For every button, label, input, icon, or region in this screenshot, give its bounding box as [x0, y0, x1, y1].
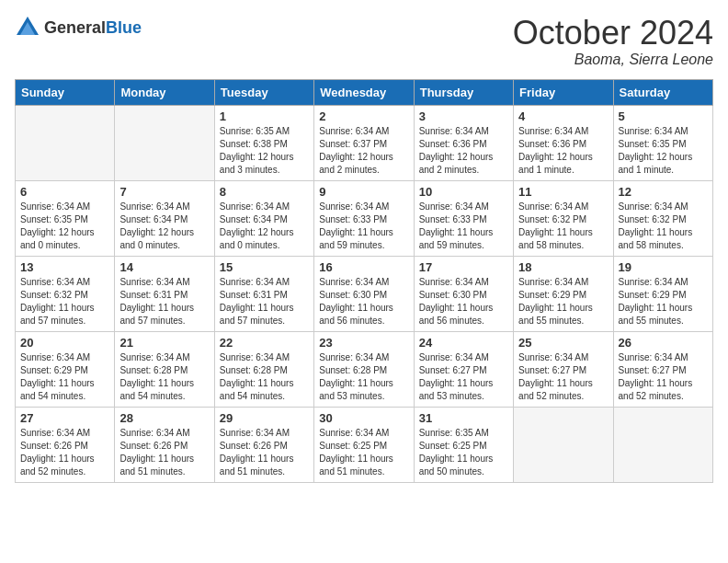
day-info: Sunrise: 6:34 AMSunset: 6:33 PMDaylight:… — [319, 201, 408, 252]
calendar-cell: 4Sunrise: 6:34 AMSunset: 6:36 PMDaylight… — [514, 105, 613, 180]
calendar-cell: 16Sunrise: 6:34 AMSunset: 6:30 PMDayligh… — [314, 256, 414, 331]
day-info: Sunrise: 6:34 AMSunset: 6:28 PMDaylight:… — [119, 351, 209, 403]
day-info: Sunrise: 6:34 AMSunset: 6:27 PMDaylight:… — [518, 351, 608, 403]
day-info: Sunrise: 6:35 AMSunset: 6:38 PMDaylight:… — [220, 125, 309, 177]
calendar-week-row: 27Sunrise: 6:34 AMSunset: 6:26 PMDayligh… — [16, 407, 713, 482]
logo-blue: Blue — [106, 18, 142, 37]
day-info: Sunrise: 6:34 AMSunset: 6:27 PMDaylight:… — [619, 351, 708, 403]
day-number: 11 — [518, 185, 608, 199]
day-info: Sunrise: 6:34 AMSunset: 6:34 PMDaylight:… — [119, 201, 209, 252]
calendar-week-row: 13Sunrise: 6:34 AMSunset: 6:32 PMDayligh… — [16, 256, 713, 331]
calendar-cell: 22Sunrise: 6:34 AMSunset: 6:28 PMDayligh… — [214, 331, 313, 407]
calendar-cell: 8Sunrise: 6:34 AMSunset: 6:34 PMDaylight… — [214, 180, 313, 256]
calendar-cell: 9Sunrise: 6:34 AMSunset: 6:33 PMDaylight… — [314, 180, 414, 256]
logo-general: General — [44, 18, 106, 37]
col-wednesday: Wednesday — [314, 79, 414, 105]
day-number: 23 — [319, 336, 408, 350]
calendar-cell: 23Sunrise: 6:34 AMSunset: 6:28 PMDayligh… — [314, 331, 414, 407]
day-number: 8 — [220, 185, 309, 199]
col-thursday: Thursday — [414, 79, 513, 105]
day-info: Sunrise: 6:34 AMSunset: 6:34 PMDaylight:… — [220, 201, 309, 252]
calendar-cell — [613, 407, 712, 482]
day-info: Sunrise: 6:34 AMSunset: 6:29 PMDaylight:… — [518, 276, 608, 327]
location-title: Baoma, Sierra Leone — [513, 52, 713, 68]
day-number: 28 — [119, 411, 209, 425]
calendar-cell: 18Sunrise: 6:34 AMSunset: 6:29 PMDayligh… — [514, 256, 613, 331]
calendar-cell: 25Sunrise: 6:34 AMSunset: 6:27 PMDayligh… — [514, 331, 613, 407]
day-number: 18 — [518, 260, 608, 274]
day-number: 29 — [220, 411, 309, 425]
day-number: 30 — [319, 411, 408, 425]
day-number: 1 — [220, 109, 309, 123]
calendar-cell: 24Sunrise: 6:34 AMSunset: 6:27 PMDayligh… — [414, 331, 513, 407]
day-info: Sunrise: 6:34 AMSunset: 6:29 PMDaylight:… — [20, 351, 109, 403]
calendar-cell: 7Sunrise: 6:34 AMSunset: 6:34 PMDaylight… — [115, 180, 214, 256]
day-number: 6 — [20, 185, 109, 199]
calendar-cell: 15Sunrise: 6:34 AMSunset: 6:31 PMDayligh… — [214, 256, 313, 331]
calendar-cell: 3Sunrise: 6:34 AMSunset: 6:36 PMDaylight… — [414, 105, 513, 180]
calendar-week-row: 1Sunrise: 6:35 AMSunset: 6:38 PMDaylight… — [16, 105, 713, 180]
calendar-cell — [514, 407, 613, 482]
day-info: Sunrise: 6:34 AMSunset: 6:26 PMDaylight:… — [20, 427, 109, 478]
day-info: Sunrise: 6:34 AMSunset: 6:33 PMDaylight:… — [419, 201, 508, 252]
calendar-cell — [16, 105, 115, 180]
calendar-cell: 13Sunrise: 6:34 AMSunset: 6:32 PMDayligh… — [16, 256, 115, 331]
day-number: 7 — [119, 185, 209, 199]
calendar-table: Sunday Monday Tuesday Wednesday Thursday… — [15, 79, 713, 483]
calendar-cell: 12Sunrise: 6:34 AMSunset: 6:32 PMDayligh… — [613, 180, 712, 256]
day-info: Sunrise: 6:34 AMSunset: 6:36 PMDaylight:… — [419, 125, 508, 177]
day-info: Sunrise: 6:34 AMSunset: 6:37 PMDaylight:… — [319, 125, 408, 177]
calendar-cell: 20Sunrise: 6:34 AMSunset: 6:29 PMDayligh… — [16, 331, 115, 407]
calendar-cell: 1Sunrise: 6:35 AMSunset: 6:38 PMDaylight… — [214, 105, 313, 180]
day-info: Sunrise: 6:34 AMSunset: 6:30 PMDaylight:… — [419, 276, 508, 327]
day-number: 16 — [319, 260, 408, 274]
logo: GeneralBlue — [15, 15, 142, 40]
col-sunday: Sunday — [16, 79, 115, 105]
calendar-cell: 28Sunrise: 6:34 AMSunset: 6:26 PMDayligh… — [115, 407, 214, 482]
calendar-week-row: 6Sunrise: 6:34 AMSunset: 6:35 PMDaylight… — [16, 180, 713, 256]
day-number: 4 — [518, 109, 608, 123]
day-info: Sunrise: 6:34 AMSunset: 6:26 PMDaylight:… — [220, 427, 309, 478]
day-info: Sunrise: 6:34 AMSunset: 6:26 PMDaylight:… — [119, 427, 209, 478]
day-info: Sunrise: 6:34 AMSunset: 6:30 PMDaylight:… — [319, 276, 408, 327]
calendar-cell: 14Sunrise: 6:34 AMSunset: 6:31 PMDayligh… — [115, 256, 214, 331]
day-info: Sunrise: 6:34 AMSunset: 6:31 PMDaylight:… — [119, 276, 209, 327]
logo-text: GeneralBlue — [44, 18, 142, 38]
calendar-cell: 10Sunrise: 6:34 AMSunset: 6:33 PMDayligh… — [414, 180, 513, 256]
day-number: 13 — [20, 260, 109, 274]
day-number: 26 — [619, 336, 708, 350]
day-number: 22 — [220, 336, 309, 350]
calendar-header-row: Sunday Monday Tuesday Wednesday Thursday… — [16, 79, 713, 105]
page-header: GeneralBlue October 2024 Baoma, Sierra L… — [15, 15, 713, 68]
day-info: Sunrise: 6:34 AMSunset: 6:29 PMDaylight:… — [619, 276, 708, 327]
day-info: Sunrise: 6:34 AMSunset: 6:32 PMDaylight:… — [619, 201, 708, 252]
day-info: Sunrise: 6:34 AMSunset: 6:31 PMDaylight:… — [220, 276, 309, 327]
day-number: 12 — [619, 185, 708, 199]
col-saturday: Saturday — [613, 79, 712, 105]
calendar-cell: 21Sunrise: 6:34 AMSunset: 6:28 PMDayligh… — [115, 331, 214, 407]
col-friday: Friday — [514, 79, 613, 105]
calendar-week-row: 20Sunrise: 6:34 AMSunset: 6:29 PMDayligh… — [16, 331, 713, 407]
calendar-cell: 6Sunrise: 6:34 AMSunset: 6:35 PMDaylight… — [16, 180, 115, 256]
day-number: 3 — [419, 109, 508, 123]
day-number: 31 — [419, 411, 508, 425]
logo-icon — [15, 15, 40, 40]
day-number: 17 — [419, 260, 508, 274]
calendar-cell: 31Sunrise: 6:35 AMSunset: 6:25 PMDayligh… — [414, 407, 513, 482]
calendar-cell: 17Sunrise: 6:34 AMSunset: 6:30 PMDayligh… — [414, 256, 513, 331]
day-info: Sunrise: 6:34 AMSunset: 6:32 PMDaylight:… — [518, 201, 608, 252]
day-info: Sunrise: 6:34 AMSunset: 6:28 PMDaylight:… — [220, 351, 309, 403]
day-number: 21 — [119, 336, 209, 350]
calendar-cell: 2Sunrise: 6:34 AMSunset: 6:37 PMDaylight… — [314, 105, 414, 180]
day-number: 15 — [220, 260, 309, 274]
day-info: Sunrise: 6:35 AMSunset: 6:25 PMDaylight:… — [419, 427, 508, 478]
month-title: October 2024 — [513, 15, 713, 52]
day-number: 10 — [419, 185, 508, 199]
day-info: Sunrise: 6:34 AMSunset: 6:32 PMDaylight:… — [20, 276, 109, 327]
day-number: 27 — [20, 411, 109, 425]
day-number: 25 — [518, 336, 608, 350]
day-info: Sunrise: 6:34 AMSunset: 6:35 PMDaylight:… — [619, 125, 708, 177]
calendar-cell: 26Sunrise: 6:34 AMSunset: 6:27 PMDayligh… — [613, 331, 712, 407]
calendar-cell — [115, 105, 214, 180]
col-tuesday: Tuesday — [214, 79, 313, 105]
